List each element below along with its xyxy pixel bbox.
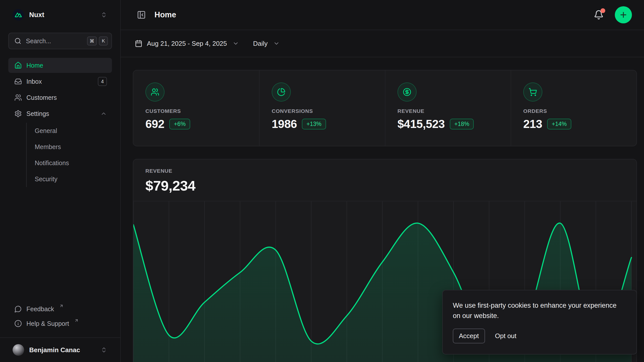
submenu-label: Security xyxy=(35,175,57,183)
granularity-value: Daily xyxy=(253,40,268,48)
stat-value: 213 xyxy=(523,117,542,131)
search-placeholder: Search... xyxy=(26,37,83,45)
notifications-button[interactable] xyxy=(592,8,606,22)
feedback-label: Feedback xyxy=(26,305,54,313)
inbox-count-badge: 4 xyxy=(98,77,107,86)
sidebar-item-label: Settings xyxy=(26,110,49,117)
kbd-cmd: ⌘ xyxy=(87,36,97,46)
chart-title: REVENUE xyxy=(145,168,624,174)
panel-left-close-icon xyxy=(137,10,146,19)
stat-delta-badge: +14% xyxy=(547,119,571,129)
sidebar-item-label: Customers xyxy=(26,94,57,101)
stat-customers[interactable]: CUSTOMERS 692 +6% xyxy=(133,70,259,146)
filters-toolbar: Aug 21, 2025 - Sep 4, 2025 Daily xyxy=(121,30,644,57)
avatar xyxy=(13,344,24,356)
brand-name: Nuxt xyxy=(29,11,96,19)
stat-label: REVENUE xyxy=(397,108,501,114)
help-support-link[interactable]: Help & Support xyxy=(8,316,112,331)
chevrons-up-down-icon xyxy=(101,12,107,18)
optout-cookies-button[interactable]: Opt out xyxy=(495,329,516,343)
stat-label: CONVERSIONS xyxy=(272,108,375,114)
help-support-label: Help & Support xyxy=(26,320,69,327)
chevrons-up-down-icon xyxy=(101,347,107,353)
stat-delta-badge: +6% xyxy=(169,119,190,129)
stat-orders[interactable]: ORDERS 213 +14% xyxy=(511,70,636,146)
sidebar-item-home[interactable]: Home xyxy=(8,58,112,73)
notification-dot xyxy=(600,8,605,13)
stat-delta-badge: +18% xyxy=(450,119,474,129)
message-circle-icon xyxy=(14,305,22,313)
stat-value: 1986 xyxy=(272,117,297,131)
cookie-banner: We use first-party cookies to enhance yo… xyxy=(442,290,637,354)
accept-cookies-button[interactable]: Accept xyxy=(453,329,485,343)
kbd-k: K xyxy=(99,36,108,46)
stat-label: ORDERS xyxy=(523,108,626,114)
calendar-icon xyxy=(135,40,142,47)
collapse-sidebar-button[interactable] xyxy=(135,8,148,21)
user-name: Benjamin Canac xyxy=(29,346,96,354)
shopping-cart-icon xyxy=(523,82,542,102)
inbox-icon xyxy=(14,78,22,85)
arrow-up-right-icon xyxy=(59,304,64,308)
stat-conversions[interactable]: CONVERSIONS 1986 +13% xyxy=(259,70,385,146)
search-input[interactable]: Search... ⌘ K xyxy=(8,33,112,49)
page-header: Home xyxy=(121,0,644,30)
sidebar: Nuxt Search... ⌘ K Home xyxy=(0,0,121,362)
sidebar-footer: Feedback Help & Support xyxy=(8,302,112,331)
nuxt-logo-icon xyxy=(13,9,24,21)
sidebar-item-settings[interactable]: Settings xyxy=(8,106,112,121)
sidebar-item-inbox[interactable]: Inbox 4 xyxy=(8,74,112,89)
page-title: Home xyxy=(154,10,176,19)
search-icon xyxy=(14,37,21,44)
chart-total-value: $79,234 xyxy=(145,177,624,194)
stat-delta-badge: +13% xyxy=(302,119,326,129)
sidebar-item-label: Inbox xyxy=(26,78,42,85)
sidebar-nav: Home Inbox 4 Customers Setting xyxy=(8,58,112,187)
pie-chart-icon xyxy=(272,82,291,102)
chevron-down-icon xyxy=(232,40,239,47)
circle-dollar-icon xyxy=(397,82,417,102)
user-menu[interactable]: Benjamin Canac xyxy=(0,337,120,362)
feedback-link[interactable]: Feedback xyxy=(8,302,112,316)
sidebar-item-notifications[interactable]: Notifications xyxy=(35,155,112,171)
sidebar-item-members[interactable]: Members xyxy=(35,139,112,155)
users-icon xyxy=(14,94,22,101)
sidebar-item-label: Home xyxy=(26,62,43,69)
add-button[interactable] xyxy=(615,6,632,23)
stat-value: $415,523 xyxy=(397,117,445,131)
sidebar-item-general[interactable]: General xyxy=(35,123,112,139)
stat-value: 692 xyxy=(145,117,164,131)
sidebar-item-security[interactable]: Security xyxy=(35,171,112,187)
plus-icon xyxy=(619,11,628,19)
chevron-up-icon xyxy=(100,110,107,117)
sidebar-item-customers[interactable]: Customers xyxy=(8,90,112,105)
search-shortcut: ⌘ K xyxy=(87,36,108,46)
users-icon xyxy=(145,82,165,102)
granularity-select[interactable]: Daily xyxy=(253,40,280,48)
cookie-message: We use first-party cookies to enhance yo… xyxy=(453,300,625,321)
date-range-picker[interactable]: Aug 21, 2025 - Sep 4, 2025 xyxy=(135,40,239,48)
date-range-value: Aug 21, 2025 - Sep 4, 2025 xyxy=(147,40,227,48)
submenu-label: Notifications xyxy=(35,159,69,167)
submenu-label: Members xyxy=(35,143,61,151)
stats-card: CUSTOMERS 692 +6% CONVERSIONS 1986 +13% xyxy=(133,70,637,146)
settings-submenu: General Members Notifications Security xyxy=(26,123,112,187)
info-circle-icon xyxy=(14,320,22,327)
stat-label: CUSTOMERS xyxy=(145,108,249,114)
stat-revenue[interactable]: REVENUE $415,523 +18% xyxy=(385,70,511,146)
arrow-up-right-icon xyxy=(74,318,79,323)
submenu-label: General xyxy=(35,127,57,134)
house-icon xyxy=(14,62,22,69)
chevron-down-icon xyxy=(273,40,280,47)
gear-icon xyxy=(14,110,22,117)
workspace-switcher[interactable]: Nuxt xyxy=(0,0,120,23)
